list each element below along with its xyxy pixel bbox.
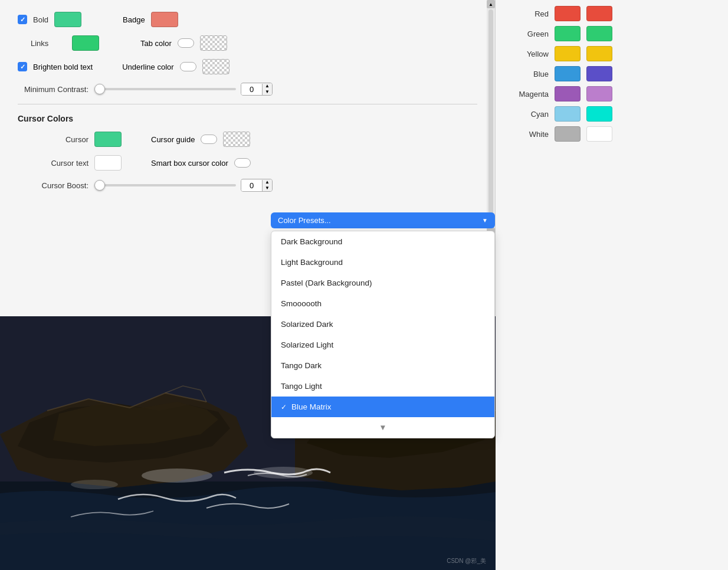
bold-checkbox[interactable] — [18, 15, 27, 24]
color-swatch-yellow-1[interactable] — [555, 46, 581, 61]
min-contrast-increment[interactable]: ▲ — [263, 83, 272, 89]
brighten-bold-checkbox[interactable] — [18, 62, 27, 71]
color-swatch-magenta-1[interactable] — [555, 86, 581, 101]
scroll-up-button[interactable]: ▲ — [487, 0, 495, 8]
smart-box-label: Smart box cursor color — [151, 159, 228, 168]
color-row-cyan: Cyan — [507, 106, 716, 122]
min-contrast-decrement[interactable]: ▼ — [263, 89, 272, 95]
color-row-white: White — [507, 126, 716, 142]
color-name-blue: Blue — [507, 70, 549, 78]
preset-dark-bg-label: Dark Background — [281, 237, 342, 246]
cursor-boost-increment[interactable]: ▲ — [263, 179, 272, 185]
color-presets-menu: Dark Background Light Background Pastel … — [271, 231, 495, 438]
links-color-swatch[interactable] — [72, 35, 99, 51]
divider — [18, 104, 477, 104]
svg-point-3 — [254, 467, 313, 479]
color-swatch-cyan-2[interactable] — [586, 106, 612, 122]
color-swatch-white-1[interactable] — [555, 126, 581, 142]
preset-tango-dark-label: Tango Dark — [281, 361, 322, 370]
color-swatch-cyan-1[interactable] — [555, 106, 581, 122]
color-table: Red Green Yellow Blue Magenta Cyan White — [507, 6, 716, 142]
preset-solarized-dark[interactable]: Solarized Dark — [271, 314, 494, 335]
color-swatch-white-2[interactable] — [586, 126, 612, 142]
underline-color-toggle[interactable] — [180, 62, 196, 71]
cursor-boost-thumb[interactable] — [94, 180, 105, 191]
cursor-boost-slider-container: 0 ▲ ▼ — [94, 179, 273, 192]
cursor-row: Cursor Cursor guide — [18, 132, 477, 147]
preset-blue-matrix-check: ✓ — [281, 403, 287, 411]
cursor-boost-slider[interactable] — [94, 184, 236, 186]
min-contrast-slider[interactable] — [94, 88, 236, 90]
preset-dark-bg[interactable]: Dark Background — [271, 231, 494, 252]
cursor-boost-decrement[interactable]: ▼ — [263, 185, 272, 191]
color-swatch-magenta-2[interactable] — [586, 86, 612, 101]
min-contrast-stepper[interactable]: 0 ▲ ▼ — [241, 83, 273, 96]
links-row: Links Tab color — [18, 35, 477, 51]
color-row-blue: Blue — [507, 66, 716, 81]
color-swatch-green-1[interactable] — [555, 26, 581, 41]
cursor-guide-swatch[interactable] — [223, 132, 250, 147]
color-presets-button[interactable]: Color Presets... ▼ — [271, 212, 495, 228]
preset-smooooth-label: Smoooooth — [281, 299, 322, 308]
color-row-red: Red — [507, 6, 716, 21]
color-swatch-blue-1[interactable] — [555, 66, 581, 81]
dropdown-arrow-icon: ▼ — [482, 217, 488, 224]
cursor-boost-value: 0 — [241, 180, 263, 191]
color-panel: Red Green Yellow Blue Magenta Cyan White — [496, 0, 728, 570]
preset-light-bg[interactable]: Light Background — [271, 252, 494, 273]
color-swatch-red-2[interactable] — [586, 6, 612, 21]
preset-tango-light[interactable]: Tango Light — [271, 376, 494, 397]
svg-point-2 — [142, 469, 212, 483]
color-swatch-red-1[interactable] — [555, 6, 581, 21]
color-row-green: Green — [507, 26, 716, 41]
min-contrast-thumb[interactable] — [94, 84, 105, 94]
color-swatch-green-2[interactable] — [586, 26, 612, 41]
min-contrast-value: 0 — [241, 84, 263, 95]
watermark: CSDN @邪_美 — [447, 557, 486, 565]
tab-color-label: Tab color — [140, 39, 172, 48]
underline-color-label: Underline color — [122, 63, 173, 71]
preset-blue-matrix[interactable]: ✓ Blue Matrix — [271, 397, 494, 417]
cursor-boost-stepper-buttons: ▲ ▼ — [263, 179, 272, 191]
tab-color-toggle[interactable] — [178, 38, 194, 48]
preset-tango-dark[interactable]: Tango Dark — [271, 355, 494, 376]
color-name-yellow: Yellow — [507, 50, 549, 58]
color-name-red: Red — [507, 9, 549, 18]
min-contrast-label: Minimum Contrast: — [18, 85, 88, 94]
underline-color-swatch[interactable] — [202, 59, 229, 74]
bold-label: Bold — [33, 15, 48, 24]
main-container: Bold Badge Links Tab color Brighten bold… — [0, 0, 728, 570]
tab-color-swatch[interactable] — [200, 35, 227, 51]
settings-panel: Bold Badge Links Tab color Brighten bold… — [0, 0, 496, 570]
color-name-white: White — [507, 130, 549, 139]
preset-pastel-dark[interactable]: Pastel (Dark Background) — [271, 273, 494, 293]
smart-box-toggle[interactable] — [234, 158, 251, 168]
cursor-color-swatch[interactable] — [94, 132, 122, 147]
preset-solarized-dark-label: Solarized Dark — [281, 320, 333, 329]
cursor-text-row: Cursor text Smart box cursor color — [18, 155, 477, 171]
preset-more[interactable]: ▼ — [271, 417, 494, 438]
cursor-label: Cursor — [18, 135, 88, 144]
preset-pastel-dark-label: Pastel (Dark Background) — [281, 279, 372, 287]
preset-blue-matrix-label: Blue Matrix — [291, 402, 332, 411]
min-contrast-slider-container: 0 ▲ ▼ — [94, 83, 273, 96]
badge-color-swatch[interactable] — [151, 12, 178, 27]
preset-solarized-light[interactable]: Solarized Light — [271, 335, 494, 355]
cursor-colors-title: Cursor Colors — [18, 114, 477, 123]
bold-color-swatch[interactable] — [54, 12, 81, 27]
color-row-magenta: Magenta — [507, 86, 716, 101]
color-name-cyan: Cyan — [507, 110, 549, 119]
color-swatch-blue-2[interactable] — [586, 66, 612, 81]
cursor-text-swatch[interactable] — [94, 155, 122, 171]
badge-label: Badge — [123, 15, 145, 24]
brighten-bold-label: Brighten bold text — [33, 63, 93, 71]
color-swatch-yellow-2[interactable] — [586, 46, 612, 61]
preset-tango-light-label: Tango Light — [281, 382, 322, 391]
preset-smooooth[interactable]: Smoooooth — [271, 293, 494, 314]
cursor-guide-toggle[interactable] — [201, 135, 217, 144]
color-presets-label: Color Presets... — [278, 216, 331, 225]
settings-scrollbar[interactable]: ▲ ▼ — [487, 0, 495, 236]
cursor-guide-label: Cursor guide — [151, 135, 195, 144]
color-presets-container: Color Presets... ▼ Dark Background Light… — [271, 212, 495, 438]
cursor-boost-stepper[interactable]: 0 ▲ ▼ — [241, 179, 273, 192]
